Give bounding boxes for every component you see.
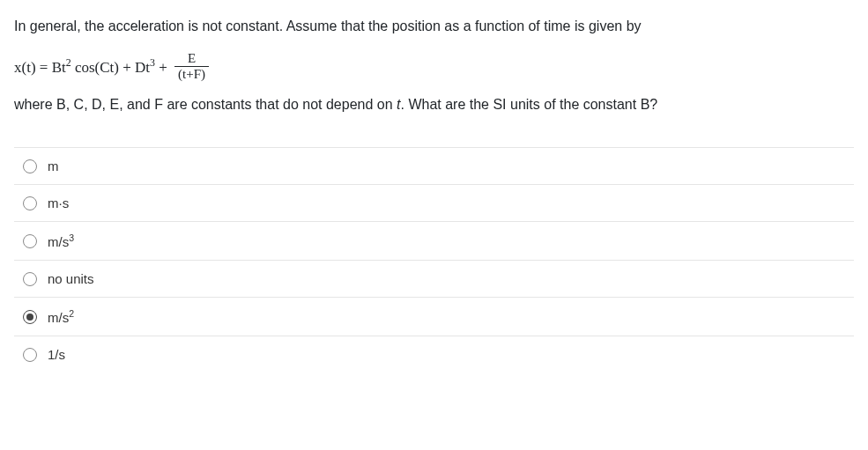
option-opt-mps2[interactable]: m/s2: [14, 298, 854, 336]
radio-button[interactable]: [23, 348, 37, 362]
fraction-numerator: E: [184, 51, 199, 66]
option-label: 1/s: [48, 347, 65, 362]
option-opt-1ps[interactable]: 1/s: [14, 336, 854, 373]
option-label: m·s: [48, 195, 69, 210]
option-opt-ms[interactable]: m·s: [14, 185, 854, 222]
option-label: m/s3: [48, 232, 74, 249]
radio-button[interactable]: [23, 272, 37, 286]
radio-button[interactable]: [23, 234, 37, 248]
option-label: no units: [48, 271, 94, 286]
option-label: m: [48, 159, 59, 173]
option-opt-mps3[interactable]: m/s3: [14, 222, 854, 261]
radio-button[interactable]: [23, 310, 37, 324]
fraction-denominator: (t+F): [174, 66, 209, 82]
option-opt-m[interactable]: m: [14, 147, 854, 185]
equation-display: x(t) = Bt2 cos(Ct) + Dt3 + E (t+F): [14, 51, 854, 82]
answer-options: mm·sm/s3no unitsm/s21/s: [14, 147, 854, 373]
option-label: m/s2: [48, 308, 74, 325]
question-paragraph-2: where B, C, D, E, and F are constants th…: [14, 94, 854, 115]
option-opt-nounits[interactable]: no units: [14, 261, 854, 298]
question-paragraph-1: In general, the acceleration is not cons…: [14, 16, 854, 37]
radio-button[interactable]: [23, 196, 37, 210]
radio-button[interactable]: [23, 159, 37, 173]
fraction: E (t+F): [174, 51, 209, 82]
